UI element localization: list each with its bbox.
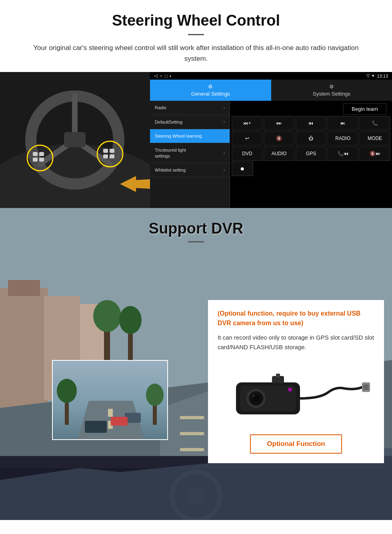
- vol-up-btn[interactable]: ⏮+: [232, 116, 263, 130]
- control-row-2: ↩ 🔇 ⏻ RADIO MODE: [232, 131, 390, 146]
- nav-recents: □: [165, 74, 168, 78]
- mute-btn[interactable]: 🔇: [264, 131, 295, 146]
- svg-point-58: [288, 388, 292, 392]
- header-section: Steering Wheel Control Your original car…: [0, 0, 392, 72]
- menu-item-tricoloured-label: Tricoloured lightsettings: [155, 147, 186, 159]
- menu-item-whitelist[interactable]: Whitelist setting ›: [150, 163, 230, 177]
- control-row-3: DVD AUDIO GPS 📞⏮ 🔇⏭: [232, 146, 390, 161]
- settings-content: Radio › DefaultSetting › Steering Wheel …: [150, 101, 392, 208]
- svg-rect-16: [110, 154, 114, 158]
- system-settings-label: System Settings: [313, 91, 350, 97]
- title-divider: [188, 34, 204, 35]
- phone-prev-btn[interactable]: 📞⏮: [327, 146, 358, 161]
- audio-btn[interactable]: AUDIO: [264, 146, 295, 161]
- vol-down-btn[interactable]: ⏮-: [264, 116, 295, 130]
- menu-item-radio-label: Radio: [155, 105, 166, 110]
- svg-point-24: [93, 300, 121, 332]
- tab-system-settings[interactable]: ⚙ System Settings: [271, 80, 392, 101]
- svg-rect-20: [8, 280, 40, 296]
- svg-rect-30: [180, 432, 204, 435]
- svg-point-57: [252, 395, 255, 397]
- signal-icon: ▽: [366, 73, 370, 78]
- chevron-icon: ›: [224, 168, 225, 172]
- hangup-btn[interactable]: ↩: [232, 131, 263, 146]
- svg-rect-45: [85, 421, 107, 433]
- wifi-icon: ▾: [372, 73, 374, 78]
- nav-menu: ▪: [170, 74, 171, 78]
- svg-rect-13: [103, 149, 108, 153]
- begin-learn-row: Begin learn: [232, 102, 390, 115]
- steering-wheel-svg: [0, 72, 150, 208]
- svg-point-26: [119, 306, 142, 334]
- settings-tabs: ⚙ General Settings ⚙ System Settings: [150, 80, 392, 101]
- radio-btn[interactable]: RADIO: [327, 131, 358, 146]
- chevron-icon: ›: [224, 106, 225, 110]
- svg-rect-15: [103, 154, 108, 158]
- control-panel: Begin learn ⏮+ ⏮- ⏮ ⏭ 📞 ↩ 🔇 ⏻ RADIO MODE: [230, 101, 392, 208]
- menu-list: Radio › DefaultSetting › Steering Wheel …: [150, 101, 230, 208]
- control-row-4: ⏺: [232, 162, 390, 176]
- android-statusbar: ◁ ○ □ ▪ ▽ ▾ 13:13: [150, 72, 392, 80]
- dvr-thumbnail: [52, 360, 168, 440]
- menu-item-default-setting[interactable]: DefaultSetting ›: [150, 115, 230, 129]
- svg-point-49: [57, 379, 77, 403]
- svg-point-51: [146, 384, 164, 406]
- record-btn[interactable]: ⏺: [232, 162, 253, 176]
- svg-rect-29: [180, 416, 204, 419]
- svg-rect-14: [110, 149, 114, 153]
- svg-rect-11: [39, 158, 44, 162]
- begin-learn-button[interactable]: Begin learn: [343, 103, 386, 115]
- dvd-btn[interactable]: DVD: [232, 146, 263, 161]
- status-time: 13:13: [377, 74, 388, 78]
- steering-wheel-image: [0, 72, 150, 208]
- mode-btn[interactable]: MODE: [359, 131, 390, 146]
- menu-item-whitelist-label: Whitelist setting: [155, 167, 186, 173]
- nav-back: ◁: [154, 73, 157, 78]
- svg-rect-43: [108, 409, 113, 417]
- dvr-camera-illustration: [218, 358, 374, 430]
- gps-btn[interactable]: GPS: [296, 146, 327, 161]
- dvr-section: Support DVR: [0, 208, 392, 520]
- general-settings-label: General Settings: [191, 91, 230, 97]
- menu-item-default-label: DefaultSetting: [155, 119, 182, 125]
- svg-rect-60: [363, 384, 369, 390]
- camera-device-svg: [220, 362, 372, 426]
- svg-rect-47: [111, 417, 128, 426]
- system-settings-icon: ⚙: [329, 84, 334, 90]
- steering-section: ◁ ○ □ ▪ ▽ ▾ 13:13 ⚙ General Settings ⚙ S…: [0, 72, 392, 208]
- prev-btn[interactable]: ⏮: [296, 116, 327, 130]
- power-btn[interactable]: ⏻: [296, 131, 327, 146]
- optional-function-button[interactable]: Optional Function: [250, 434, 342, 454]
- dvr-thumbnail-svg: [53, 361, 168, 440]
- subtitle-text: Your original car's steering wheel contr…: [24, 42, 368, 64]
- svg-rect-31: [180, 448, 204, 451]
- svg-rect-10: [33, 158, 38, 162]
- menu-item-steering-wheel[interactable]: Steering Wheel learning ›: [150, 129, 230, 143]
- dvr-optional-text: (Optional function, require to buy exter…: [218, 309, 374, 328]
- chevron-icon: ›: [224, 120, 225, 124]
- svg-rect-6: [64, 132, 86, 147]
- mute-next-btn[interactable]: 🔇⏭: [359, 146, 390, 161]
- svg-rect-8: [33, 152, 38, 156]
- menu-item-steering-label: Steering Wheel learning: [155, 133, 202, 139]
- dvr-divider: [188, 241, 204, 242]
- svg-rect-9: [39, 152, 44, 156]
- svg-point-1: [0, 144, 150, 208]
- tab-general-settings[interactable]: ⚙ General Settings: [150, 80, 271, 101]
- nav-home: ○: [160, 74, 162, 78]
- control-row-1: ⏮+ ⏮- ⏮ ⏭ 📞: [232, 116, 390, 130]
- menu-item-radio[interactable]: Radio ›: [150, 101, 230, 115]
- menu-item-tricoloured[interactable]: Tricoloured lightsettings ›: [150, 143, 230, 163]
- phone-btn[interactable]: 📞: [359, 116, 390, 130]
- dvr-title: Support DVR: [0, 220, 392, 237]
- dvr-title-area: Support DVR: [0, 208, 392, 250]
- svg-rect-19: [0, 288, 48, 408]
- next-btn[interactable]: ⏭: [327, 116, 358, 130]
- android-panel: ◁ ○ □ ▪ ▽ ▾ 13:13 ⚙ General Settings ⚙ S…: [150, 72, 392, 208]
- svg-rect-62: [276, 374, 280, 378]
- chevron-icon: ›: [224, 134, 225, 138]
- general-settings-icon: ⚙: [208, 84, 213, 90]
- dvr-info-card: (Optional function, require to buy exter…: [208, 300, 384, 463]
- chevron-icon: ›: [224, 151, 225, 155]
- dvr-description: It can record video only to storage in G…: [218, 333, 374, 352]
